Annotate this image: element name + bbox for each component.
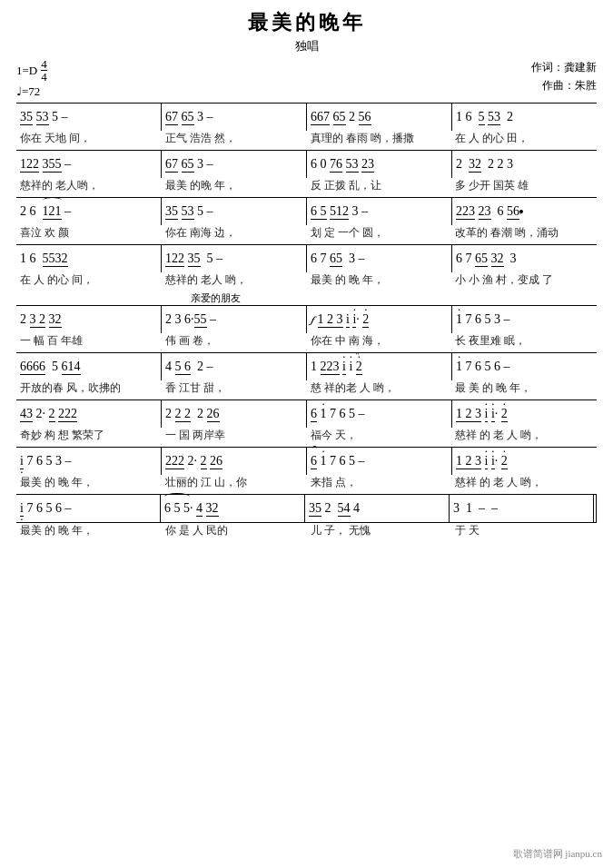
author-info: 作词：龚建新 作曲：朱胜 [531, 58, 597, 95]
lyric-3-4: 改革的 春潮 哟，涌动 [451, 225, 597, 241]
score-row-5: 亲爱的朋友 2 3 2 32 2 3 6· 55 – 𝆑 1 2 3 i i· [16, 291, 597, 349]
lyric-3-3: 划 定 一个 圆， [307, 225, 452, 241]
measure-5-1: 2 3 2 32 [16, 306, 162, 333]
notes-bar-7: 43 2· 2 222 2 2 2 2 26 6 1 7 6 5 – 1 2 3 [16, 399, 597, 428]
measure-2-3: 6 0 76 53 23 [307, 151, 452, 178]
notes-bar-8: i 7 6 5 3 – 222 2· 2 26 6 1 7 6 5 – 1 2 … [16, 447, 597, 475]
lyric-8-2: 壮丽的 江 山，你 [162, 475, 307, 490]
lyric-9-1: 最美 的 晚 年， [16, 523, 162, 538]
note: i [485, 454, 489, 469]
note: 2 2 [175, 407, 192, 422]
lyrics-bar-9: 最美 的 晚 年， 你 是 人 民的 儿 子， 无愧 于 天 [16, 523, 597, 538]
note: 222 [58, 407, 77, 422]
lyric-3-1: 喜泣 欢 颜 [16, 225, 162, 241]
note: 5 6 [175, 360, 192, 375]
measure-4-3: 6 7 65 3 – [307, 245, 452, 272]
note: 512 [330, 204, 349, 220]
key-line: 1=D 4 4 [16, 58, 47, 83]
lyric-5-4: 长 夜里难 眠， [451, 333, 597, 349]
note: 67 [165, 110, 178, 125]
lyrics-bar-8: 最美 的 晚 年， 壮丽的 江 山，你 来指 点， 慈祥 的 老 人 哟， [16, 475, 597, 490]
lyric-7-4: 慈祥 的 老 人 哟， [451, 428, 597, 443]
note: 2 [501, 407, 508, 422]
lyric-9-2: 你 是 人 民的 [162, 523, 307, 538]
note: 1 [321, 407, 327, 421]
score-row-9: i 7 6 5 6 – 6 5 5· 4 32 35 2 54 4 3 1 – … [16, 494, 597, 538]
note: i [20, 454, 24, 469]
note: 65 [330, 252, 342, 267]
lyrics-bar-1: 你在 天地 间， 正气 浩浩 然， 真理的 春雨 哟，播撒 在 人 的心 田， [16, 131, 597, 146]
lyrics-bar-3: 喜泣 欢 颜 你在 南海 边， 划 定 一个 圆， 改革的 春潮 哟，涌动 [16, 225, 597, 241]
note: 2 [201, 454, 207, 469]
note: 26 [210, 454, 222, 469]
measure-5-3: 𝆑 1 2 3 i i· 2 [307, 306, 452, 333]
note: 65 [182, 110, 194, 125]
note: 35 [188, 252, 201, 267]
watermark: 歌谱简谱网 jianpu.cn [513, 847, 602, 861]
note: i [491, 407, 495, 422]
measure-4-4: 6 7 65 32 3 [452, 245, 597, 272]
lyric-5-1: 一 幅 百 年雄 [16, 333, 162, 349]
measure-4-2: 122 35 5 – [162, 245, 307, 272]
note: 1 [321, 454, 327, 469]
lyric-1-4: 在 人 的心 田， [451, 131, 597, 146]
notes-bar-2: 122 355 – 67 65 3 – 6 0 76 53 23 2 32 [16, 150, 597, 178]
measure-3-4: 223 23 6 56 · [452, 198, 597, 225]
note: 32 [206, 501, 219, 517]
lyric-1-1: 你在 天地 间， [16, 131, 162, 146]
note: 6 [311, 407, 317, 422]
note: 6666 [20, 360, 45, 375]
score-row-7: 43 2· 2 222 2 2 2 2 26 6 1 7 6 5 – 1 2 3 [16, 399, 597, 443]
note: 2 [362, 312, 369, 328]
note: 76 [330, 157, 342, 173]
lyric-7-1: 奇妙 构 想 繁荣了 [16, 428, 162, 443]
time-sig-den: 4 [41, 71, 47, 83]
notes-bar-9: i 7 6 5 6 – 6 5 5· 4 32 35 2 54 4 3 1 – … [16, 494, 597, 523]
note: i [491, 454, 495, 469]
lyric-7-3: 福今 天， [307, 428, 452, 443]
note: 355 [43, 157, 62, 173]
lyric-4-3: 最美 的 晚 年， [307, 272, 452, 288]
author-lyrics: 作词：龚建新 [531, 58, 597, 76]
note: 65 [475, 252, 488, 267]
lyric-3-2: 你在 南海 边， [162, 225, 307, 241]
lyric-6-3: 慈 祥的老 人 哟， [307, 380, 452, 396]
note: 2 [501, 454, 508, 469]
score-row-8: i 7 6 5 3 – 222 2· 2 26 6 1 7 6 5 – 1 2 … [16, 447, 597, 490]
measure-6-2: 4 5 6 2 – [162, 353, 307, 380]
note: 222 [165, 454, 184, 469]
note: 121 [43, 204, 62, 220]
note: 2 [356, 360, 362, 375]
lyric-8-4: 慈祥 的 老 人 哟， [451, 475, 597, 490]
note: i [352, 312, 356, 328]
lyric-9-3: 儿 子， 无愧 [307, 523, 452, 538]
note: i [349, 360, 352, 374]
note: 5 [52, 110, 58, 124]
score-row-1: 35 53 5 – 67 65 3 – 667 65 2 56 1 6 [16, 103, 597, 146]
note: 65 [333, 110, 346, 125]
tempo-line: ♩=72 [16, 83, 47, 101]
note: 1 [456, 360, 462, 374]
lyric-4-2: 慈祥的 老人 哟， [162, 272, 307, 288]
note: 5 [479, 110, 485, 125]
note: i [485, 407, 489, 422]
note: 3 [197, 110, 203, 124]
note: 53 [182, 204, 194, 220]
note: 4 [196, 501, 203, 517]
note: 667 [311, 110, 330, 125]
note: 5532 [43, 252, 68, 267]
note: 53 [36, 110, 49, 125]
lyric-6-2: 香 江甘 甜， [162, 380, 307, 396]
lyric-2-1: 慈祥的 老人哟， [16, 178, 162, 193]
measure-9-2: 6 5 5· 4 32 [161, 495, 305, 522]
key-label: 1=D [16, 62, 37, 80]
lyric-8-1: 最美 的 晚 年， [16, 475, 162, 490]
measure-3-2: 35 53 5 – [162, 198, 307, 225]
notes-bar-4: 1 6 5532 122 35 5 – 6 7 65 3 – 6 7 65 [16, 244, 597, 272]
note: 56 [507, 204, 519, 220]
lyrics-bar-5: 一 幅 百 年雄 伟 画 卷， 你在 中 南 海， 长 夜里难 眠， [16, 333, 597, 349]
lyric-2-3: 反 正拨 乱，让 [307, 178, 452, 193]
note: 1 [456, 312, 462, 327]
note: 32 [469, 157, 481, 173]
measure-6-4: 1 7 6 5 6 – [452, 353, 597, 380]
